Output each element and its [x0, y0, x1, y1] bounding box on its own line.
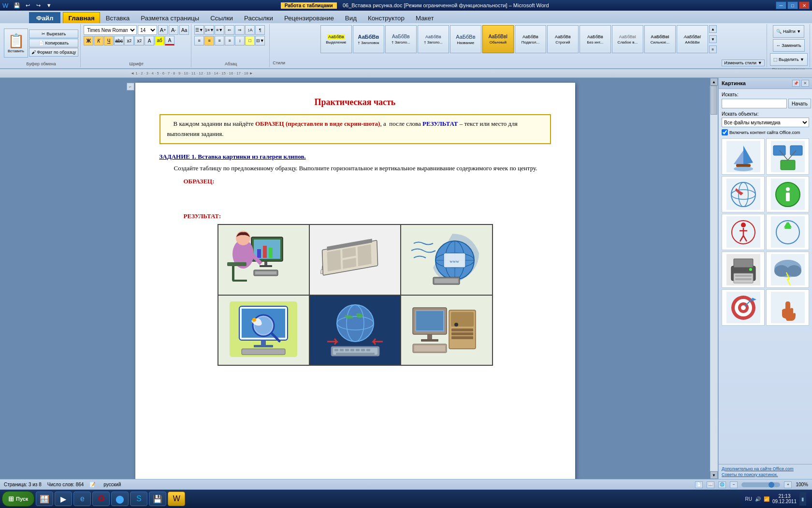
table-cell-2-1[interactable] — [218, 295, 309, 365]
qa-redo[interactable]: ↪ — [33, 0, 43, 10]
style-title[interactable]: АаБбВвНазвание — [450, 25, 481, 53]
style-selection[interactable]: АаБбВвВыделение — [320, 25, 352, 53]
taskbar-folder[interactable]: 💾 — [149, 492, 166, 506]
table-cell-1-3[interactable]: www — [401, 224, 492, 295]
line-spacing-button[interactable]: ↕ — [235, 36, 245, 45]
justify-button[interactable]: ≡ — [225, 36, 234, 45]
table-cell-1-1[interactable] — [218, 224, 309, 295]
clip-item-info[interactable] — [766, 176, 809, 212]
shrink-font-button[interactable]: A- — [169, 25, 178, 35]
tab-page-layout[interactable]: Разметка страницы — [135, 12, 204, 23]
taskbar-skype[interactable]: S — [130, 492, 147, 506]
qa-save[interactable]: 💾 — [12, 0, 22, 10]
font-color-button[interactable]: А — [165, 36, 174, 45]
align-right-button[interactable]: ≡ — [215, 36, 224, 45]
styles-down[interactable]: ▼ — [709, 35, 717, 43]
replace-button[interactable]: ↔ Заменить — [773, 39, 805, 52]
clip-item-target[interactable] — [722, 289, 765, 326]
font-size-select[interactable]: 14 — [138, 25, 157, 35]
grow-font-button[interactable]: A+ — [158, 25, 168, 35]
clip-item-cloud[interactable] — [766, 252, 809, 288]
style-subtitle[interactable]: АаБбВвПодагол... — [515, 25, 546, 53]
change-styles-button[interactable]: Изменить стили ▼ — [722, 60, 764, 66]
clear-format-button[interactable]: Aa — [179, 25, 189, 35]
table-cell-1-2[interactable] — [309, 224, 401, 295]
objects-select[interactable]: Все файлы мультимедиа — [722, 118, 809, 127]
decrease-indent-button[interactable]: ⇐ — [225, 25, 234, 35]
zoom-in[interactable]: + — [784, 481, 792, 488]
scroll-thumb[interactable] — [710, 86, 717, 115]
taskbar-word[interactable]: W — [168, 492, 185, 506]
style-extra[interactable]: АаБбВвIААбБВи — [677, 25, 708, 53]
result-table[interactable]: www — [218, 224, 493, 366]
tray-lang[interactable]: RU — [745, 496, 752, 502]
style-nospace[interactable]: АаБбВвБез инт... — [580, 25, 611, 53]
paste-button[interactable]: 📋 Вставить — [4, 29, 28, 58]
text-effects-button[interactable]: A — [145, 36, 154, 45]
increase-indent-button[interactable]: ⇒ — [235, 25, 245, 35]
style-heading1[interactable]: АаБбВв† Заголовок — [353, 25, 384, 53]
panel-close-button[interactable]: ✕ — [801, 80, 809, 87]
view-normal[interactable]: 📄 — [695, 481, 703, 488]
underline-button[interactable]: Ч — [104, 36, 114, 45]
search-start-button[interactable]: Начать — [788, 99, 811, 108]
zoom-out[interactable]: − — [730, 481, 738, 488]
zoom-thumb[interactable] — [768, 482, 774, 488]
copy-button[interactable]: 📄 Копировать — [29, 39, 78, 47]
show-marks-button[interactable]: ¶ — [255, 25, 265, 35]
tips-link[interactable]: Советы по поиску картинок. — [722, 472, 809, 477]
taskbar-media[interactable]: ▶ — [55, 492, 72, 506]
italic-button[interactable]: К — [94, 36, 103, 45]
subscript-button[interactable]: x2 — [124, 36, 134, 45]
vertical-scrollbar[interactable]: ▲ ▼ — [710, 78, 718, 479]
qa-undo[interactable]: ↩ — [23, 0, 32, 10]
show-desktop-button[interactable]: ▮ — [799, 492, 806, 506]
style-heading3[interactable]: АаБбВв† Заголо... — [418, 25, 449, 53]
bold-button[interactable]: Ж — [84, 36, 93, 45]
styles-more[interactable]: ≡ — [709, 45, 717, 53]
tab-layout[interactable]: Макет — [410, 12, 439, 23]
style-heading2[interactable]: АаБбВв† Заголо... — [385, 25, 417, 53]
minimize-button[interactable]: ─ — [776, 1, 786, 9]
bullet-list-button[interactable]: ☰▼ — [194, 25, 204, 35]
clip-item-printer[interactable] — [722, 252, 765, 288]
tab-view[interactable]: Вид — [340, 12, 362, 23]
maximize-button[interactable]: □ — [787, 1, 798, 9]
style-strict[interactable]: АаБбВвСтрогий — [547, 25, 579, 53]
find-button[interactable]: 🔍 Найти ▼ — [773, 25, 804, 38]
ruler-corner[interactable]: ⌐ — [127, 83, 134, 90]
taskbar-chrome[interactable]: ⬤ — [111, 492, 129, 506]
document-area[interactable]: ⌐ Практическая часть В каждом задании вы… — [0, 78, 710, 479]
language-button[interactable]: русский — [101, 481, 123, 488]
zoom-slider[interactable] — [741, 482, 780, 487]
scroll-up-button[interactable]: ▲ — [710, 78, 718, 86]
sort-button[interactable]: ↕A — [245, 25, 255, 35]
clip-item-accessibility[interactable] — [722, 214, 765, 250]
table-cell-2-2[interactable] — [309, 295, 401, 365]
office-checkbox[interactable] — [722, 129, 728, 135]
style-normal[interactable]: АаБбВвIОбычный — [482, 25, 514, 53]
borders-button[interactable]: ⊟▼ — [255, 36, 265, 45]
tab-home[interactable]: Главная — [63, 12, 100, 23]
styles-up[interactable]: ▲ — [709, 25, 717, 33]
tab-file[interactable]: Файл — [29, 12, 60, 23]
strikethrough-button[interactable]: abc — [114, 36, 124, 45]
font-family-select[interactable]: Times New Roman — [84, 25, 137, 35]
format-painter-button[interactable]: 🖌 Формат по образцу — [29, 48, 78, 57]
clip-item-recycle[interactable] — [766, 214, 809, 250]
taskbar-opera[interactable]: O — [92, 492, 110, 506]
highlight-button[interactable]: аб — [155, 36, 164, 45]
tray-volume[interactable]: 🔊 — [755, 496, 761, 502]
taskbar-explorer[interactable]: 🪟 — [36, 492, 53, 506]
table-cell-2-3[interactable] — [401, 295, 492, 365]
select-button[interactable]: ⬚ Выделить ▼ — [770, 53, 808, 66]
taskbar-ie[interactable]: e — [73, 492, 91, 506]
view-web[interactable]: 🌐 — [718, 481, 726, 488]
shading-button[interactable]: □ — [245, 36, 255, 45]
panel-pin-button[interactable]: 📌 — [792, 80, 800, 87]
align-center-button[interactable]: ≡ — [204, 36, 214, 45]
superscript-button[interactable]: x2 — [134, 36, 144, 45]
style-weak[interactable]: АаБбВвIСлабое в... — [612, 25, 643, 53]
search-input[interactable] — [722, 99, 787, 108]
tab-design[interactable]: Конструктор — [362, 12, 410, 23]
